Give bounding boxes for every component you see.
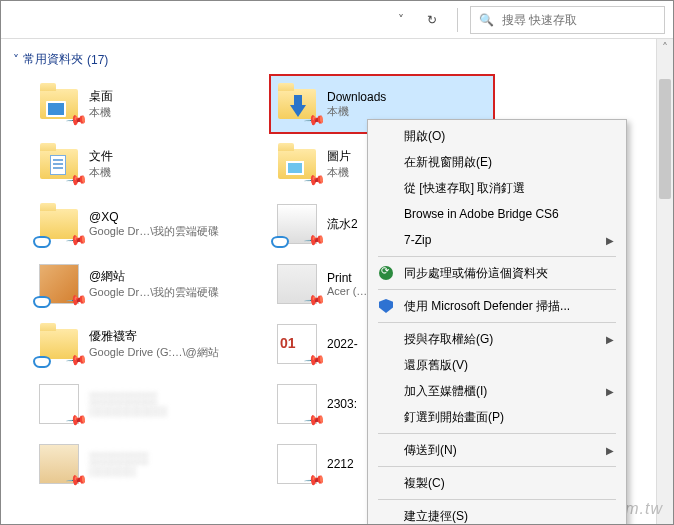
cloud-icon	[33, 356, 51, 368]
item-text: Downloads 本機	[327, 90, 489, 119]
menu-item[interactable]: 同步處理或備份這個資料夾	[370, 260, 624, 286]
item-title: ░░░░░░░░	[89, 391, 251, 405]
search-box[interactable]: 🔍	[470, 6, 665, 34]
search-input[interactable]	[502, 13, 656, 27]
item-subtitle: Google Dr…\我的雲端硬碟	[89, 285, 251, 300]
cloud-icon	[271, 236, 289, 248]
menu-label: 從 [快速存取] 取消釘選	[404, 180, 525, 197]
item-icon: 📌	[37, 322, 81, 366]
item-text: ░░░░░░░ ░░░░░░	[89, 451, 251, 477]
divider	[457, 8, 458, 32]
menu-item[interactable]: 授與存取權給(G)▶	[370, 326, 624, 352]
menu-item[interactable]: 加入至媒體櫃(I)▶	[370, 378, 624, 404]
item-icon: 📌	[275, 202, 319, 246]
item-subtitle: Google Dr…\我的雲端硬碟	[89, 224, 251, 239]
folder-item[interactable]: 📌 文件 本機	[33, 136, 255, 192]
menu-item[interactable]: 7-Zip▶	[370, 227, 624, 253]
menu-separator	[378, 466, 616, 467]
folder-item[interactable]: 📌 ░░░░░░░░ ░░░░░░░░░░	[33, 376, 255, 432]
menu-label: 使用 Microsoft Defender 掃描...	[404, 298, 570, 315]
item-icon: 📌	[37, 442, 81, 486]
menu-label: 還原舊版(V)	[404, 357, 468, 374]
chevron-right-icon: ▶	[606, 386, 614, 397]
item-text: ░░░░░░░░ ░░░░░░░░░░	[89, 391, 251, 417]
menu-separator	[378, 499, 616, 500]
chevron-right-icon: ▶	[606, 445, 614, 456]
cloud-icon	[33, 236, 51, 248]
item-icon: 📌	[37, 382, 81, 426]
item-subtitle: ░░░░░░	[89, 465, 251, 477]
menu-label: 複製(C)	[404, 475, 445, 492]
scroll-up-icon[interactable]: ˄	[657, 39, 673, 56]
refresh-button[interactable]: ↻	[419, 7, 445, 33]
item-text: @網站 Google Dr…\我的雲端硬碟	[89, 268, 251, 300]
menu-label: 授與存取權給(G)	[404, 331, 493, 348]
chevron-right-icon: ▶	[606, 235, 614, 246]
item-title: @網站	[89, 268, 251, 285]
folder-item[interactable]: 📌 優雅襪寄 Google Drive (G:…\@網站	[33, 316, 255, 372]
menu-label: 同步處理或備份這個資料夾	[404, 265, 548, 282]
toolbar: ˅ ↻ 🔍	[1, 1, 673, 39]
folder-item[interactable]: 📌 @XQ Google Dr…\我的雲端硬碟	[33, 196, 255, 252]
item-text: 桌面 本機	[89, 88, 251, 120]
menu-label: 傳送到(N)	[404, 442, 457, 459]
item-title: 桌面	[89, 88, 251, 105]
item-icon: 📌	[275, 262, 319, 306]
menu-item[interactable]: 還原舊版(V)	[370, 352, 624, 378]
menu-item[interactable]: Browse in Adobe Bridge CS6	[370, 201, 624, 227]
menu-item[interactable]: 使用 Microsoft Defender 掃描...	[370, 293, 624, 319]
item-title: 優雅襪寄	[89, 328, 251, 345]
item-subtitle: 本機	[327, 104, 489, 119]
item-icon: 📌	[37, 142, 81, 186]
folder-item[interactable]: 📌 @網站 Google Dr…\我的雲端硬碟	[33, 256, 255, 312]
folder-item[interactable]: 📌 桌面 本機	[33, 76, 255, 132]
context-menu: 開啟(O)在新視窗開啟(E)從 [快速存取] 取消釘選Browse in Ado…	[367, 119, 627, 525]
menu-item[interactable]: 從 [快速存取] 取消釘選	[370, 175, 624, 201]
menu-separator	[378, 433, 616, 434]
shield-icon	[378, 298, 394, 314]
menu-label: Browse in Adobe Bridge CS6	[404, 207, 559, 221]
item-icon: 📌	[275, 322, 319, 366]
item-title: @XQ	[89, 210, 251, 224]
item-subtitle: 本機	[89, 165, 251, 180]
item-icon: 📌	[275, 82, 319, 126]
menu-separator	[378, 256, 616, 257]
chevron-right-icon: ▶	[606, 334, 614, 345]
scroll-thumb[interactable]	[659, 79, 671, 199]
item-icon: 📌	[37, 262, 81, 306]
menu-separator	[378, 322, 616, 323]
item-subtitle: ░░░░░░░░░░	[89, 405, 251, 417]
menu-item[interactable]: 建立捷徑(S)	[370, 503, 624, 525]
menu-label: 加入至媒體櫃(I)	[404, 383, 487, 400]
group-count: (17)	[87, 53, 108, 67]
menu-item[interactable]: 開啟(O)	[370, 123, 624, 149]
item-subtitle: Google Drive (G:…\@網站	[89, 345, 251, 360]
item-icon: 📌	[275, 382, 319, 426]
menu-item[interactable]: 傳送到(N)▶	[370, 437, 624, 463]
address-dropdown[interactable]: ˅	[389, 8, 413, 32]
item-title: 文件	[89, 148, 251, 165]
menu-label: 開啟(O)	[404, 128, 445, 145]
menu-label: 在新視窗開啟(E)	[404, 154, 492, 171]
group-header[interactable]: ˅ 常用資料夾 (17)	[13, 47, 661, 76]
scrollbar[interactable]: ˄	[656, 39, 673, 524]
item-subtitle: 本機	[89, 105, 251, 120]
menu-separator	[378, 289, 616, 290]
item-icon: 📌	[275, 142, 319, 186]
item-icon: 📌	[37, 202, 81, 246]
item-text: @XQ Google Dr…\我的雲端硬碟	[89, 210, 251, 239]
chevron-down-icon: ˅	[13, 53, 19, 67]
item-text: 優雅襪寄 Google Drive (G:…\@網站	[89, 328, 251, 360]
menu-label: 建立捷徑(S)	[404, 508, 468, 525]
item-title: Downloads	[327, 90, 489, 104]
group-title: 常用資料夾	[23, 51, 83, 68]
menu-item[interactable]: 在新視窗開啟(E)	[370, 149, 624, 175]
menu-item[interactable]: 複製(C)	[370, 470, 624, 496]
item-icon: 📌	[275, 442, 319, 486]
cloud-icon	[33, 296, 51, 308]
folder-item[interactable]: 📌 ░░░░░░░ ░░░░░░	[33, 436, 255, 492]
item-icon: 📌	[37, 82, 81, 126]
item-title: ░░░░░░░	[89, 451, 251, 465]
menu-label: 釘選到開始畫面(P)	[404, 409, 504, 426]
menu-item[interactable]: 釘選到開始畫面(P)	[370, 404, 624, 430]
